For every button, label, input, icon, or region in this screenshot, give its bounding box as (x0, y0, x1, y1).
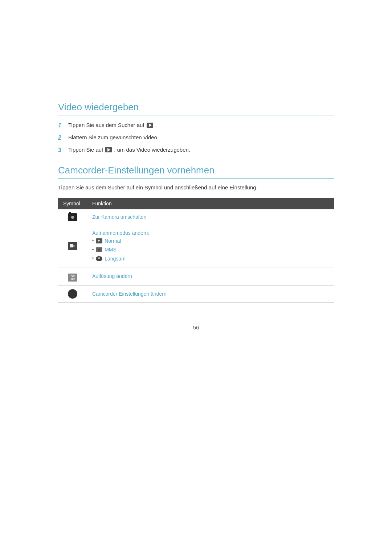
step-2-text: Blättern Sie zum gewünschten Video. (68, 134, 159, 142)
table-header: Symbol Funktion (58, 198, 334, 209)
settings-gear-icon: ⚙ (68, 289, 77, 299)
function-text-settings: Camcorder Einstellungen ändern (92, 291, 167, 297)
settings-table: Symbol Funktion Zur Kamera umschalten (58, 198, 334, 303)
function-text-resolution: Auflösung ändern (92, 273, 132, 279)
table-row: ⚙ Camcorder Einstellungen ändern (58, 285, 334, 302)
col-function: Funktion (87, 198, 334, 209)
bullet-mms-text: MMS (105, 246, 117, 254)
bullet-normal-text: Normal (105, 237, 121, 245)
page-number: 56 (58, 324, 334, 331)
function-text-camera: Zur Kamera umschalten (92, 214, 146, 220)
bullet-dot-2: • (92, 246, 94, 253)
function-cell-settings: Camcorder Einstellungen ändern (87, 285, 334, 302)
function-cell-camera: Zur Kamera umschalten (87, 209, 334, 225)
play-small-triangle (107, 148, 110, 152)
step-number-2: 2 (58, 134, 66, 142)
table-row: 720 480 Auflösung ändern (58, 267, 334, 286)
symbol-cell-settings: ⚙ (58, 285, 87, 302)
symbol-cell-resolution: 720 480 (58, 267, 87, 286)
step-1-text-before: Tippen Sie aus dem Sucher auf (68, 121, 144, 130)
resolution-top: 720 (70, 275, 75, 278)
bullet-dot-3: • (92, 255, 94, 262)
mms-mode-icon: ✕ (96, 247, 102, 252)
section2-description: Tippen Sie aus dem Sucher auf ein Symbol… (58, 184, 334, 192)
step-1: 1 Tippen Sie aus dem Sucher auf . (58, 121, 334, 130)
bullet-dot-1: • (92, 237, 94, 244)
step-2-label: Blättern Sie zum gewünschten Video. (68, 134, 159, 142)
svg-rect-0 (70, 244, 73, 247)
bullet-mms: • ✕ MMS (92, 246, 329, 254)
bullet-slow: • ⏱ Langsam (92, 255, 329, 263)
bullet-normal: • ▶ Normal (92, 237, 329, 245)
normal-mode-icon: ▶ (96, 238, 102, 243)
function-title-videomode: Aufnahmemodus ändern: (92, 230, 149, 236)
resolution-icon: 720 480 (68, 274, 77, 282)
symbol-cell-camera (58, 209, 87, 225)
step-number-3: 3 (58, 146, 66, 155)
symbol-cell-videomode (58, 225, 87, 267)
steps-list: 1 Tippen Sie aus dem Sucher auf . 2 Blät… (58, 121, 334, 155)
page-number-value: 56 (193, 324, 199, 331)
step-number-1: 1 (58, 121, 66, 130)
camera-switch-icon (68, 213, 77, 221)
step-1-text: Tippen Sie aus dem Sucher auf . (68, 121, 157, 130)
section1-title: Video wiedergeben (58, 102, 334, 115)
section2-title: Camcorder-Einstellungen vornehmen (58, 165, 334, 178)
page-content: Video wiedergeben 1 Tippen Sie aus dem S… (0, 0, 392, 403)
table-body: Zur Kamera umschalten Aufnahmemodus ände… (58, 209, 334, 303)
table-row: Zur Kamera umschalten (58, 209, 334, 225)
mode-bullets: • ▶ Normal • ✕ MMS • ⏱ Langsam (92, 237, 329, 263)
step-2: 2 Blättern Sie zum gewünschten Video. (58, 134, 334, 142)
col-symbol: Symbol (58, 198, 87, 209)
gear-symbol: ⚙ (70, 288, 75, 299)
video-mode-icon (68, 242, 77, 250)
video-mode-svg (70, 244, 75, 248)
bullet-slow-text: Langsam (105, 255, 126, 263)
play-triangle (149, 123, 152, 127)
resolution-bottom: 480 (70, 278, 75, 280)
step-3-text-after: , um das Video wiederzugeben. (114, 146, 190, 154)
function-cell-resolution: Auflösung ändern (87, 267, 334, 286)
play-button-icon (147, 123, 153, 128)
step-3-text: Tippen Sie auf , um das Video wiederzuge… (68, 146, 190, 154)
slow-mode-icon: ⏱ (96, 256, 102, 261)
svg-marker-1 (74, 245, 75, 247)
play-small-icon (105, 147, 112, 152)
step-3: 3 Tippen Sie auf , um das Video wiederzu… (58, 146, 334, 155)
step-3-text-before: Tippen Sie auf (68, 146, 103, 154)
function-cell-videomode: Aufnahmemodus ändern: • ▶ Normal • ✕ MMS (87, 225, 334, 267)
table-row: Aufnahmemodus ändern: • ▶ Normal • ✕ MMS (58, 225, 334, 267)
table-header-row: Symbol Funktion (58, 198, 334, 209)
camera-notch (69, 212, 71, 213)
step-1-text-after: . (155, 121, 157, 130)
